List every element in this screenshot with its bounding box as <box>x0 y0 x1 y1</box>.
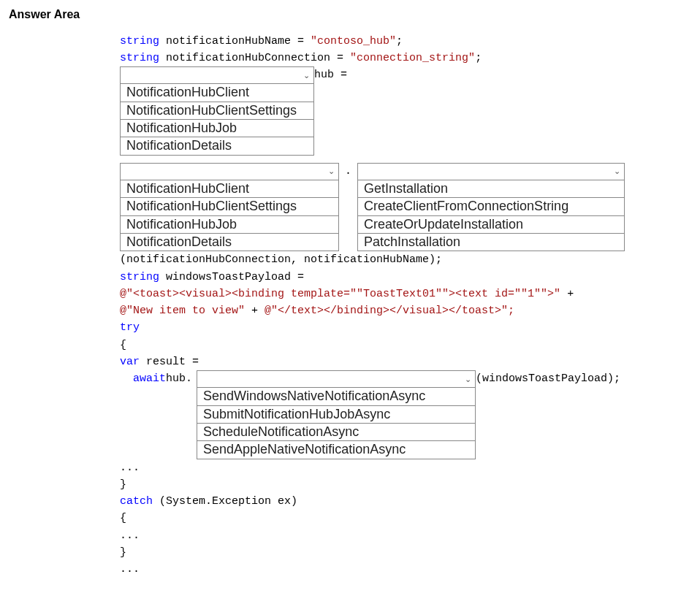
code-line: ... <box>120 561 691 578</box>
code-line: { <box>120 337 691 353</box>
ellipsis: ... <box>120 530 140 542</box>
string-literal: <toast><visual><binding template=""Toast… <box>133 288 560 300</box>
ellipsis: ... <box>120 462 140 474</box>
keyword-string: string <box>120 271 159 283</box>
dropdown-option[interactable]: NotificationHubClientSettings <box>121 197 338 215</box>
code-text: = <box>291 35 311 47</box>
code-text: = <box>330 52 350 64</box>
keyword-var: var <box>120 356 140 368</box>
brace: { <box>120 339 126 351</box>
dropdown-hub-type[interactable]: ⌄ NotificationHubClient NotificationHubC… <box>120 66 314 156</box>
dropdown-option[interactable]: NotificationDetails <box>121 233 338 251</box>
dropdown-option[interactable]: NotificationHubJob <box>121 119 313 137</box>
code-line: { <box>120 510 691 527</box>
code-text: (System.Exception ex) <box>153 495 297 508</box>
code-line: @"New item to view" + @"</text></binding… <box>120 302 691 319</box>
code-text <box>159 35 166 47</box>
code-text: ; <box>396 35 403 47</box>
code-line: @"<toast><visual><binding template=""Toa… <box>120 286 691 302</box>
keyword-await: await <box>133 370 166 387</box>
keyword-string: string <box>120 35 159 47</box>
code-line: ⌄ NotificationHubClient NotificationHubC… <box>120 163 691 252</box>
var-name: windowsToastPayload <box>166 271 291 283</box>
code-line: try <box>120 319 691 336</box>
code-block: string notificationHubName = "contoso_hu… <box>120 33 691 578</box>
dropdown-option[interactable]: SendWindowsNativeNotificationAsync <box>197 387 475 405</box>
dropdown-class-name[interactable]: ⌄ NotificationHubClient NotificationHubC… <box>120 163 339 252</box>
dropdown-selected[interactable] <box>358 164 624 180</box>
dropdown-option[interactable]: NotificationHubJob <box>121 215 338 233</box>
brace: } <box>120 478 126 491</box>
code-line: string notificationHubName = "contoso_hu… <box>120 33 691 50</box>
dropdown-option[interactable]: ScheduleNotificationAsync <box>197 423 475 440</box>
code-line: ... <box>120 459 691 476</box>
keyword-try: try <box>120 321 140 334</box>
dot-separator: . <box>339 163 357 180</box>
dropdown-factory-method[interactable]: ⌄ GetInstallation CreateClientFromConnec… <box>357 163 625 252</box>
code-text <box>159 271 166 283</box>
code-text: = <box>291 271 304 283</box>
page-title: Answer Area <box>9 6 691 24</box>
dropdown-selected[interactable] <box>121 164 338 180</box>
code-text: result = <box>140 356 199 368</box>
string-literal: @"</text></binding></visual></toast>"; <box>265 305 514 317</box>
dropdown-selected[interactable] <box>121 67 313 83</box>
dropdown-selected[interactable] <box>197 371 475 387</box>
code-text: + <box>245 305 265 317</box>
code-text: (windowsToastPayload); <box>476 370 620 387</box>
dropdown-option[interactable]: SubmitNotificationHubJobAsync <box>197 405 475 423</box>
code-line: (notificationHubConnection, notification… <box>120 251 691 268</box>
string-literal: "contoso_hub" <box>311 35 396 47</box>
brace: } <box>120 546 126 559</box>
code-line: var result = <box>120 353 691 370</box>
code-text: hub = <box>314 66 347 83</box>
code-line: catch (System.Exception ex) <box>120 493 691 510</box>
code-text: ; <box>475 52 482 64</box>
code-line: string windowsToastPayload = <box>120 269 691 286</box>
code-line: } <box>120 544 691 561</box>
dropdown-send-method[interactable]: ⌄ SendWindowsNativeNotificationAsync Sub… <box>197 370 476 459</box>
dropdown-option[interactable]: CreateClientFromConnectionString <box>358 197 624 215</box>
code-line: string notificationHubConnection = "conn… <box>120 50 691 66</box>
code-line: await hub. ⌄ SendWindowsNativeNotificati… <box>120 370 691 459</box>
code-line: } <box>120 476 691 493</box>
dropdown-option[interactable]: NotificationHubClientSettings <box>121 102 313 119</box>
brace: { <box>120 512 126 524</box>
string-literal: @"New item to view" <box>120 305 245 317</box>
dropdown-option[interactable]: NotificationHubClient <box>121 180 338 197</box>
keyword-string: string <box>120 52 159 64</box>
code-text: + <box>560 288 574 300</box>
code-line: ⌄ NotificationHubClient NotificationHubC… <box>120 66 691 156</box>
var-name: notificationHubName <box>166 35 291 47</box>
code-text: (notificationHubConnection, notification… <box>120 253 442 266</box>
dropdown-option[interactable]: NotificationDetails <box>121 137 313 154</box>
string-literal: @" <box>120 288 133 300</box>
dropdown-option[interactable]: NotificationHubClient <box>121 83 313 101</box>
dropdown-option[interactable]: SendAppleNativeNotificationAsync <box>197 440 475 458</box>
dropdown-option[interactable]: CreateOrUpdateInstallation <box>358 215 624 233</box>
string-literal: "connection_string" <box>350 52 475 64</box>
dropdown-option[interactable]: GetInstallation <box>358 180 624 197</box>
ellipsis: ... <box>120 563 140 576</box>
code-line: ... <box>120 527 691 544</box>
keyword-catch: catch <box>120 495 153 508</box>
code-text <box>159 52 166 64</box>
code-text: hub. <box>166 370 192 387</box>
var-name: notificationHubConnection <box>166 52 330 64</box>
dropdown-option[interactable]: PatchInstallation <box>358 233 624 251</box>
